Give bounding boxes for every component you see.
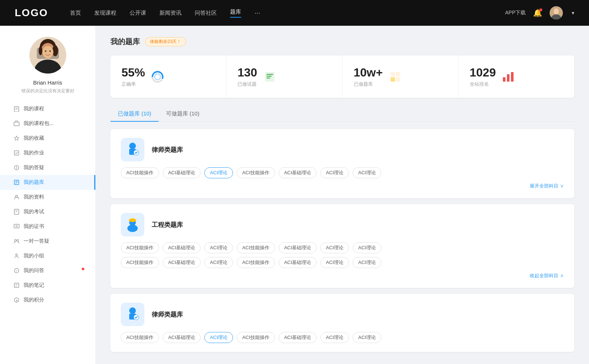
- notes-icon: [13, 282, 20, 289]
- sidebar-item-notes[interactable]: 我的笔记: [0, 278, 95, 293]
- bank-1-tag-10[interactable]: ACI技能操作: [237, 257, 275, 268]
- svg-text:?: ?: [15, 270, 17, 273]
- bank-card-0-expand[interactable]: 展开全部科目 ∨: [121, 183, 564, 189]
- nav-discover[interactable]: 发现课程: [94, 10, 116, 17]
- svg-point-32: [17, 240, 19, 242]
- sidebar-item-points[interactable]: ★ 我的积分: [0, 293, 95, 307]
- svg-rect-36: [14, 283, 19, 288]
- bank-2-tag-5[interactable]: ACI理论: [320, 332, 349, 343]
- bank-2-tag-2[interactable]: ACI理论: [204, 332, 233, 343]
- bank-card-0-header: 律师类题库: [121, 138, 564, 161]
- question-bank-icon: [13, 179, 20, 186]
- sidebar-item-homework[interactable]: 我的作业: [0, 146, 95, 160]
- svg-point-33: [16, 254, 18, 256]
- bank-0-tag-2[interactable]: ACI理论: [204, 167, 233, 178]
- svg-point-31: [15, 240, 17, 242]
- user-avatar[interactable]: [550, 6, 563, 19]
- bank-1-tag-5[interactable]: ACI理论: [320, 242, 349, 253]
- svg-point-62: [129, 307, 136, 314]
- bank-1-tag-0[interactable]: ACI技能操作: [121, 242, 159, 253]
- nav-more[interactable]: ···: [254, 9, 260, 17]
- bank-card-1-expand[interactable]: 收起全部科目 ∧: [121, 272, 564, 279]
- page-title: 我的题库: [110, 37, 140, 47]
- sidebar-item-exam[interactable]: 我的考试: [0, 204, 95, 219]
- bank-0-tag-6[interactable]: ACI理论: [353, 167, 381, 178]
- svg-point-10: [39, 46, 42, 55]
- bank-0-tag-4[interactable]: ACI基础理论: [279, 167, 317, 178]
- course-icon: [13, 106, 20, 112]
- notification-dot: [539, 8, 542, 11]
- bank-card-0-title: 律师类题库: [152, 146, 183, 154]
- bank-1-tag-13[interactable]: ACI理论: [353, 257, 381, 268]
- bank-0-tag-5[interactable]: ACI理论: [320, 167, 349, 178]
- sidebar-qa-label: 我的答疑: [24, 164, 44, 171]
- nav-links: 首页 发现课程 公开课 新闻资讯 问答社区 题库 ···: [70, 8, 505, 18]
- bank-2-tag-0[interactable]: ACI技能操作: [121, 332, 159, 343]
- bank-2-tag-4[interactable]: ACI基础理论: [279, 332, 317, 343]
- notification-bell[interactable]: 🔔: [533, 8, 542, 17]
- bank-1-tag-2[interactable]: ACI理论: [204, 242, 233, 253]
- bank-1-tag-7[interactable]: ACI技能操作: [121, 257, 159, 268]
- bank-1-tag-3[interactable]: ACI技能操作: [237, 242, 275, 253]
- svg-point-20: [16, 167, 17, 168]
- nav-qa[interactable]: 问答社区: [195, 10, 217, 17]
- svg-rect-48: [391, 72, 395, 76]
- bank-1-tag-12[interactable]: ACI理论: [320, 257, 349, 268]
- bank-2-tag-6[interactable]: ACI理论: [353, 332, 381, 343]
- nav-news[interactable]: 新闻资讯: [159, 10, 181, 17]
- questions-badge: [82, 268, 84, 270]
- bank-1-tag-11[interactable]: ACI基础理论: [279, 257, 317, 268]
- user-dropdown-icon[interactable]: ▾: [572, 10, 574, 16]
- bank-0-tag-3[interactable]: ACI技能操作: [237, 167, 275, 178]
- bank-card-0-icon: [121, 138, 144, 161]
- bank-2-tag-3[interactable]: ACI技能操作: [237, 332, 275, 343]
- nav-question-bank[interactable]: 题库: [230, 8, 241, 18]
- nav-home[interactable]: 首页: [70, 10, 81, 17]
- group-icon: [13, 253, 20, 259]
- sidebar-item-question-bank[interactable]: 我的题库: [0, 175, 95, 190]
- done-questions-icon: [263, 70, 276, 83]
- sidebar-profile-label: 我的资料: [24, 194, 44, 200]
- stat-done-questions: 130 已做试题: [226, 56, 342, 98]
- stat-done-banks-label: 已做题库: [354, 81, 383, 88]
- app-download-button[interactable]: APP下载: [505, 10, 526, 16]
- stat-done-banks: 10w+ 已做题库: [343, 56, 459, 98]
- sidebar-certificate-label: 我的证书: [24, 223, 44, 230]
- stat-rank-value: 1029: [470, 66, 496, 79]
- nav-open-course[interactable]: 公开课: [130, 10, 146, 17]
- bank-1-tag-9[interactable]: ACI理论: [204, 257, 233, 268]
- bank-1-tag-4[interactable]: ACI基础理论: [279, 242, 317, 253]
- sidebar-item-group[interactable]: 我的小组: [0, 249, 95, 263]
- bank-card-2-header: 律师类题库: [121, 303, 564, 326]
- bank-card-2: 律师类题库 ACI技能操作 ACI基础理论 ACI理论 ACI技能操作 ACI基…: [110, 294, 574, 352]
- stat-accuracy-label: 正确率: [121, 81, 145, 88]
- sidebar-item-one-on-one[interactable]: 一对一答疑: [0, 234, 95, 249]
- bank-card-0-tags: ACI技能操作 ACI基础理论 ACI理论 ACI技能操作 ACI基础理论 AC…: [121, 167, 564, 178]
- svg-rect-49: [396, 72, 400, 76]
- sidebar-item-certificate[interactable]: 我的证书: [0, 219, 95, 234]
- bank-1-tag-8[interactable]: ACI基础理论: [163, 257, 201, 268]
- svg-rect-53: [507, 74, 509, 82]
- sidebar-item-collect[interactable]: 我的收藏: [0, 131, 95, 146]
- sidebar-item-questions[interactable]: ? 我的问答: [0, 263, 95, 278]
- bank-1-tag-1[interactable]: ACI基础理论: [163, 242, 201, 253]
- svg-rect-54: [511, 72, 514, 82]
- bank-0-tag-0[interactable]: ACI技能操作: [121, 167, 159, 178]
- svg-point-12: [45, 50, 46, 52]
- bank-card-1-header: 工程类题库: [121, 213, 564, 236]
- bank-0-tag-1[interactable]: ACI基础理论: [163, 167, 201, 178]
- sidebar-item-course[interactable]: 我的课程: [0, 101, 95, 116]
- sidebar-item-profile[interactable]: 我的资料: [0, 190, 95, 204]
- sidebar-item-course-pkg[interactable]: 我的课程包...: [0, 116, 95, 131]
- bank-card-2-title: 律师类题库: [152, 310, 183, 319]
- bank-1-tag-6[interactable]: ACI理论: [353, 242, 381, 253]
- tab-done-banks[interactable]: 已做题库 (10): [110, 107, 159, 122]
- bank-card-0: 律师类题库 ACI技能操作 ACI基础理论 ACI理论 ACI技能操作 ACI基…: [110, 129, 574, 198]
- tab-available-banks[interactable]: 可做题库 (10): [159, 107, 207, 122]
- bank-card-1-icon: [121, 213, 144, 236]
- svg-point-55: [129, 143, 136, 149]
- sidebar-item-qa[interactable]: 我的答疑: [0, 160, 95, 175]
- bank-card-2-icon: [121, 303, 144, 326]
- bank-2-tag-1[interactable]: ACI基础理论: [163, 332, 201, 343]
- profile-icon: [13, 194, 20, 200]
